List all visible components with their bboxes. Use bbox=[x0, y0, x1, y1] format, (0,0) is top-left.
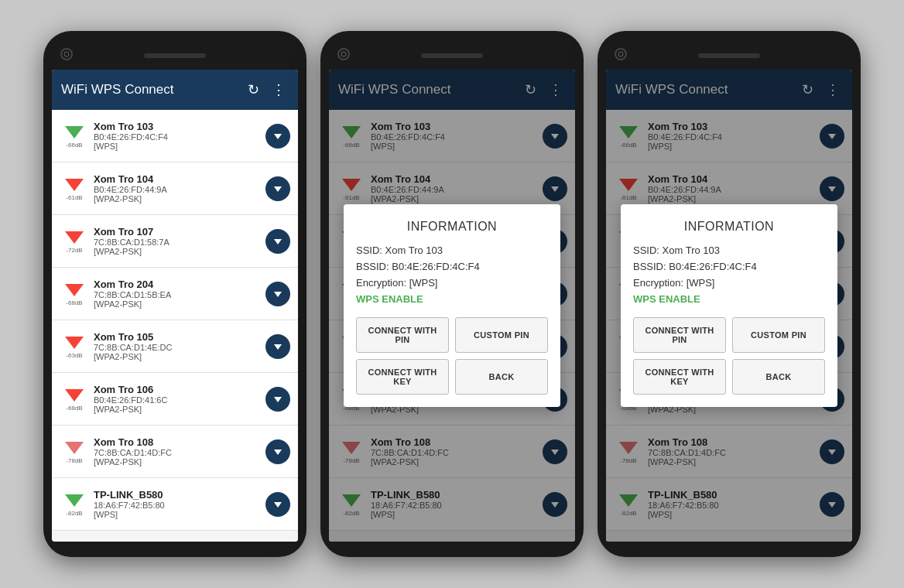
wifi-info: Xom Tro 104 B0:4E:26:FD:44:9A [WPA2-PSK] bbox=[89, 173, 265, 203]
back-button-1[interactable] bbox=[60, 48, 73, 60]
svg-marker-13 bbox=[65, 442, 84, 454]
custom-pin-button-3[interactable]: CUSTOM PIN bbox=[732, 317, 825, 353]
wifi-mac: B0:4E:26:FD:41:6C bbox=[94, 395, 265, 405]
connect-with-pin-button-3[interactable]: CONNECT WITH PIN bbox=[633, 317, 726, 353]
wifi-name: TP-LINK_B580 bbox=[94, 489, 265, 501]
back-button-modal-2[interactable]: BACK bbox=[455, 359, 548, 395]
signal-wrapper: -68dB bbox=[60, 281, 89, 306]
svg-marker-2 bbox=[274, 134, 282, 139]
more-icon-1[interactable]: ⋮ bbox=[269, 78, 289, 101]
wifi-name: Xom Tro 105 bbox=[94, 331, 265, 343]
phone-speaker-1 bbox=[144, 53, 206, 58]
wifi-security: [WPS] bbox=[94, 510, 265, 519]
custom-pin-button-2[interactable]: CUSTOM PIN bbox=[455, 317, 548, 353]
svg-marker-5 bbox=[65, 231, 84, 244]
connect-with-key-button-2[interactable]: CONNECT WITH KEY bbox=[356, 359, 449, 395]
expand-button[interactable] bbox=[265, 492, 290, 517]
wps-enable-3: WPS ENABLE bbox=[633, 293, 825, 305]
signal-icon bbox=[63, 281, 85, 298]
wifi-security: [WPA2-PSK] bbox=[94, 352, 265, 361]
phone-screen-2: WiFi WPS Connect ↻ ⋮ -66dB Xom Tro 103 B… bbox=[329, 70, 575, 542]
signal-wrapper: -68dB bbox=[60, 386, 89, 412]
modal-buttons-3: CONNECT WITH PIN CUSTOM PIN CONNECT WITH… bbox=[633, 317, 825, 395]
wifi-info: Xom Tro 106 B0:4E:26:FD:41:6C [WPA2-PSK] bbox=[89, 384, 265, 414]
wifi-name: Xom Tro 204 bbox=[94, 279, 265, 290]
signal-wrapper: -72dB bbox=[60, 228, 89, 254]
wifi-info: Xom Tro 107 7C:8B:CA:D1:58:7A [WPA2-PSK] bbox=[89, 226, 265, 256]
wifi-info: Xom Tro 204 7C:8B:CA:D1:5B:EA [WPA2-PSK] bbox=[89, 279, 265, 309]
signal-db: -82dB bbox=[66, 510, 82, 517]
modal-overlay-2: INFORMATION SSID: Xom Tro 103 BSSID: B0:… bbox=[329, 70, 575, 542]
back-button-modal-3[interactable]: BACK bbox=[732, 359, 825, 395]
wifi-item[interactable]: -78dB Xom Tro 108 7C:8B:CA:D1:4D:FC [WPA… bbox=[52, 426, 298, 478]
svg-marker-6 bbox=[274, 239, 282, 244]
back-button-3[interactable] bbox=[615, 48, 627, 60]
svg-marker-10 bbox=[274, 344, 282, 350]
wifi-name: Xom Tro 107 bbox=[94, 226, 265, 238]
wifi-list-1: -66dB Xom Tro 103 B0:4E:26:FD:4C:F4 [WPS… bbox=[52, 110, 298, 542]
svg-marker-7 bbox=[65, 284, 84, 296]
wps-enable-2: WPS ENABLE bbox=[356, 293, 548, 305]
expand-button[interactable] bbox=[265, 334, 290, 359]
signal-icon bbox=[63, 333, 85, 350]
wifi-mac: 7C:8B:CA:D1:5B:EA bbox=[94, 290, 265, 299]
wifi-item[interactable]: -68dB Xom Tro 204 7C:8B:CA:D1:5B:EA [WPA… bbox=[52, 268, 298, 320]
expand-button[interactable] bbox=[265, 387, 290, 412]
signal-icon bbox=[63, 123, 85, 140]
signal-wrapper: -82dB bbox=[60, 491, 89, 517]
signal-icon bbox=[63, 439, 85, 456]
signal-icon bbox=[63, 176, 85, 193]
wifi-security: [WPA2-PSK] bbox=[94, 194, 265, 203]
wifi-item[interactable]: -82dB TP-LINK_B580 18:A6:F7:42:B5:80 [WP… bbox=[52, 478, 298, 531]
expand-button[interactable] bbox=[265, 439, 290, 464]
wifi-item[interactable]: -66dB Xom Tro 103 B0:4E:26:FD:4C:F4 [WPS… bbox=[52, 110, 298, 162]
wifi-name: Xom Tro 106 bbox=[94, 384, 265, 395]
expand-button[interactable] bbox=[265, 124, 290, 149]
expand-button[interactable] bbox=[265, 229, 290, 254]
wifi-info: Xom Tro 108 7C:8B:CA:D1:4D:FC [WPA2-PSK] bbox=[89, 436, 265, 467]
wifi-item[interactable]: -68dB Xom Tro 106 B0:4E:26:FD:41:6C [WPA… bbox=[52, 373, 298, 426]
wifi-mac: 7C:8B:CA:D1:58:7A bbox=[94, 238, 265, 247]
wifi-mac: 18:A6:F7:42:B5:80 bbox=[94, 501, 265, 510]
signal-db: -66dB bbox=[66, 142, 82, 149]
refresh-icon-1[interactable]: ↻ bbox=[245, 78, 262, 101]
phone-top-bar-1 bbox=[51, 45, 299, 67]
phone-3: WiFi WPS Connect ↻ ⋮ -66dB Xom Tro 103 B… bbox=[598, 31, 861, 557]
wifi-security: [WPA2-PSK] bbox=[94, 457, 265, 467]
modal-buttons-2: CONNECT WITH PIN CUSTOM PIN CONNECT WITH… bbox=[356, 317, 548, 395]
signal-wrapper: -61dB bbox=[60, 176, 89, 201]
signal-wrapper: -63dB bbox=[60, 333, 89, 359]
svg-marker-15 bbox=[65, 494, 84, 507]
svg-marker-3 bbox=[65, 179, 84, 191]
modal-bssid-3: BSSID: B0:4E:26:FD:4C:F4 bbox=[633, 261, 825, 272]
modal-title-2: INFORMATION bbox=[356, 220, 548, 234]
expand-button[interactable] bbox=[265, 176, 290, 201]
signal-icon bbox=[63, 228, 85, 245]
signal-db: -63dB bbox=[66, 352, 82, 359]
wifi-item[interactable]: -61dB Xom Tro 104 B0:4E:26:FD:44:9A [WPA… bbox=[52, 162, 298, 215]
back-button-2[interactable] bbox=[337, 48, 350, 60]
connect-with-key-button-3[interactable]: CONNECT WITH KEY bbox=[633, 359, 726, 395]
phone-top-bar-3 bbox=[605, 45, 853, 67]
phone-2: WiFi WPS Connect ↻ ⋮ -66dB Xom Tro 103 B… bbox=[320, 31, 584, 557]
wifi-security: [WPA2-PSK] bbox=[94, 247, 265, 256]
phone-screen-1: WiFi WPS Connect ↻ ⋮ -66dB Xom Tro 103 B… bbox=[52, 70, 298, 542]
phone-speaker-2 bbox=[421, 53, 483, 58]
phone-screen-3: WiFi WPS Connect ↻ ⋮ -66dB Xom Tro 103 B… bbox=[606, 70, 852, 542]
signal-wrapper: -66dB bbox=[60, 123, 89, 149]
svg-marker-11 bbox=[65, 389, 84, 402]
connect-with-pin-button-2[interactable]: CONNECT WITH PIN bbox=[356, 317, 449, 353]
info-modal-3: INFORMATION SSID: Xom Tro 103 BSSID: B0:… bbox=[621, 204, 837, 407]
expand-button[interactable] bbox=[265, 282, 290, 306]
modal-encryption-3: Encryption: [WPS] bbox=[633, 277, 825, 289]
wifi-item[interactable]: -72dB Xom Tro 107 7C:8B:CA:D1:58:7A [WPA… bbox=[52, 215, 298, 268]
wifi-security: [WPA2-PSK] bbox=[94, 299, 265, 309]
svg-marker-14 bbox=[274, 450, 282, 455]
wifi-mac: B0:4E:26:FD:4C:F4 bbox=[94, 132, 265, 142]
signal-db: -68dB bbox=[66, 405, 82, 412]
wifi-info: TP-LINK_B580 18:A6:F7:42:B5:80 [WPS] bbox=[89, 489, 265, 519]
wifi-item[interactable]: -63dB Xom Tro 105 7C:8B:CA:D1:4E:DC [WPA… bbox=[52, 320, 298, 373]
svg-point-34 bbox=[618, 52, 623, 56]
wifi-security: [WPA2-PSK] bbox=[94, 405, 265, 414]
modal-ssid-3: SSID: Xom Tro 103 bbox=[633, 244, 825, 256]
